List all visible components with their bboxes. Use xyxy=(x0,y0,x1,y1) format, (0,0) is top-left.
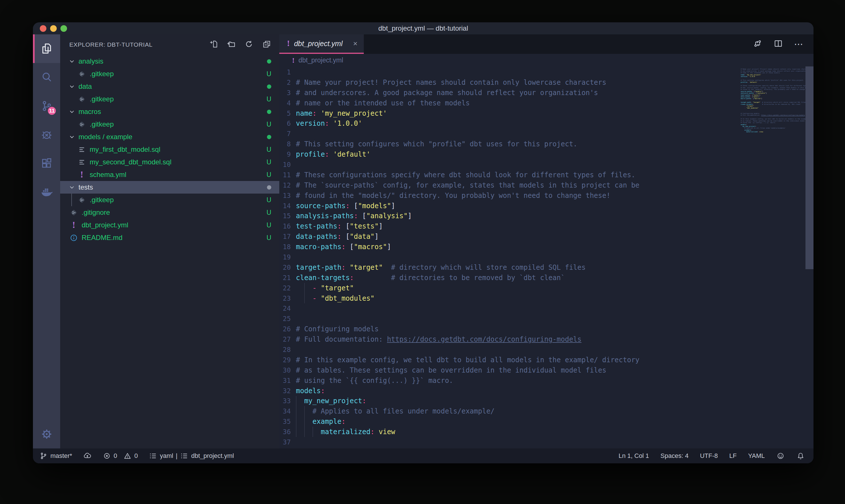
code-line-16[interactable]: 16test-paths: ["tests"] xyxy=(279,221,736,231)
code-line-17[interactable]: 17data-paths: ["data"] xyxy=(279,231,736,242)
code-line-35[interactable]: 35 example: xyxy=(279,416,736,427)
explorer-icon[interactable] xyxy=(33,34,60,63)
tree-folder-data[interactable]: data xyxy=(60,80,279,93)
source-control-icon[interactable]: 11 xyxy=(33,92,60,120)
explorer-sidebar: EXPLORER: DBT-TUTORIAL xyxy=(60,34,279,448)
open-changes-icon[interactable] xyxy=(753,39,762,50)
split-editor-icon[interactable] xyxy=(773,39,783,50)
code-line-9[interactable]: 9profile: 'default' xyxy=(279,149,736,160)
tree-folder-macros[interactable]: macros xyxy=(60,105,279,118)
code-line-10[interactable]: 10 xyxy=(279,160,736,170)
code-line-30[interactable]: 30# as tables. These settings can be ove… xyxy=(279,365,736,375)
code-line-13[interactable]: 13# found in the "models/" directory. Yo… xyxy=(279,191,736,201)
problems-indicator[interactable]: 0 0 xyxy=(103,452,138,460)
window-title: dbt_project.yml — dbt-tutorial xyxy=(378,24,468,32)
code-line-23[interactable]: 23 - "dbt_modules" xyxy=(279,293,736,304)
untracked-badge: U xyxy=(266,221,271,229)
code-line-26[interactable]: 26# Configuring models xyxy=(279,324,736,334)
code-editor[interactable]: 12# Name your project! Project names sho… xyxy=(279,67,813,448)
code-line-3[interactable]: 3# and underscores. A good package name … xyxy=(279,88,736,98)
eol-indicator[interactable]: LF xyxy=(729,452,737,460)
code-line-4[interactable]: 4# name or the intended use of these mod… xyxy=(279,98,736,108)
code-line-37[interactable]: 37 xyxy=(279,437,736,447)
scrollbar-thumb[interactable] xyxy=(806,67,813,269)
tree-file--gitkeep[interactable]: .gitkeepU xyxy=(60,194,279,206)
code-line-15[interactable]: 15analysis-paths: ["analysis"] xyxy=(279,211,736,221)
tab-dbt-project-yml[interactable]: ! dbt_project.yml × xyxy=(279,34,364,54)
code-line-27[interactable]: 27# Full documentation: https://docs.get… xyxy=(279,334,736,344)
settings-gear-icon[interactable] xyxy=(33,420,60,448)
tree-file-dbt-project-yml[interactable]: !dbt_project.ymlU xyxy=(60,219,279,231)
code-text: # Name your project! Project names shoul… xyxy=(296,77,606,88)
encoding-indicator[interactable]: UTF-8 xyxy=(700,452,718,460)
explorer-title: EXPLORER: DBT-TUTORIAL xyxy=(69,41,153,48)
code-line-6[interactable]: 6version: '1.0.0' xyxy=(279,118,736,129)
code-line-33[interactable]: 33 my_new_project: xyxy=(279,396,736,406)
collapse-all-icon[interactable] xyxy=(262,39,271,50)
code-line-29[interactable]: 29# In this example config, we tell dbt … xyxy=(279,355,736,365)
indentation-indicator[interactable]: Spaces: 4 xyxy=(661,452,689,460)
code-text: macro-paths: ["macros"] xyxy=(296,242,391,252)
title-bar[interactable]: dbt_project.yml — dbt-tutorial xyxy=(33,22,813,34)
minimize-window-button[interactable] xyxy=(50,25,57,32)
extensions-icon[interactable] xyxy=(33,149,60,178)
code-line-18[interactable]: 18macro-paths: ["macros"] xyxy=(279,242,736,252)
chevron-down-icon xyxy=(69,109,75,115)
line-number: 37 xyxy=(279,438,291,446)
new-file-icon[interactable] xyxy=(209,39,218,50)
zoom-window-button[interactable] xyxy=(60,25,67,32)
tree-folder-models-example[interactable]: models / example xyxy=(60,130,279,143)
code-line-20[interactable]: 20target-path: "target" # directory whic… xyxy=(279,262,736,273)
code-line-7[interactable]: 7 xyxy=(279,129,736,139)
code-line-12[interactable]: 12# The `source-paths` config, for examp… xyxy=(279,180,736,191)
code-line-11[interactable]: 11# These configurations specify where d… xyxy=(279,170,736,180)
breadcrumb-file-label[interactable]: dbt_project.yml xyxy=(299,56,343,64)
minimap[interactable]: # Name your project! Project names shoul… xyxy=(741,67,806,134)
code-line-1[interactable]: 1 xyxy=(279,67,736,77)
code-line-2[interactable]: 2# Name your project! Project names shou… xyxy=(279,77,736,88)
tree-file--gitkeep[interactable]: .gitkeepU xyxy=(60,93,279,105)
tree-file-my-second-dbt-model-sql[interactable]: my_second_dbt_model.sqlU xyxy=(60,156,279,168)
docker-icon[interactable] xyxy=(33,178,60,206)
line-number: 16 xyxy=(279,222,291,230)
search-icon[interactable] xyxy=(33,63,60,92)
sync-changes-icon[interactable] xyxy=(83,452,92,460)
code-line-5[interactable]: 5name: 'my_new_project' xyxy=(279,108,736,119)
debug-icon[interactable] xyxy=(33,120,60,149)
tree-folder-tests[interactable]: tests xyxy=(60,181,279,194)
tree-file--gitkeep[interactable]: .gitkeepU xyxy=(60,118,279,130)
tree-item-label: .gitkeep xyxy=(90,120,114,128)
code-line-34[interactable]: 34 # Applies to all files under models/e… xyxy=(279,406,736,416)
tree-file--gitignore[interactable]: .gitignoreU xyxy=(60,206,279,219)
tree-file-schema-yml[interactable]: !schema.ymlU xyxy=(60,168,279,181)
tree-folder-analysis[interactable]: analysis xyxy=(60,55,279,68)
tree-file--gitkeep[interactable]: .gitkeepU xyxy=(60,68,279,80)
tree-file-my-first-dbt-model-sql[interactable]: my_first_dbt_model.sqlU xyxy=(60,143,279,156)
language-mode-indicator[interactable]: YAML xyxy=(748,452,765,460)
close-window-button[interactable] xyxy=(40,25,47,32)
language-indicator-group[interactable]: yaml | dbt_project.yml xyxy=(149,452,234,460)
cursor-position-indicator[interactable]: Ln 1, Col 1 xyxy=(618,452,649,460)
refresh-icon[interactable] xyxy=(244,39,253,50)
git-branch-indicator[interactable]: master* xyxy=(39,452,72,460)
tree-file-readme-md[interactable]: README.mdU xyxy=(60,231,279,244)
new-folder-icon[interactable] xyxy=(227,39,236,50)
code-line-25[interactable]: 25 xyxy=(279,313,736,324)
git-file-icon xyxy=(78,95,86,103)
code-line-32[interactable]: 32models: xyxy=(279,386,736,396)
tab-label: dbt_project.yml xyxy=(294,39,343,48)
breadcrumb[interactable]: ! dbt_project.yml xyxy=(279,54,813,67)
code-line-24[interactable]: 24 xyxy=(279,303,736,313)
tab-close-icon[interactable]: × xyxy=(353,39,358,48)
code-line-8[interactable]: 8# This setting configures which "profil… xyxy=(279,139,736,149)
code-line-36[interactable]: 36 materialized: view xyxy=(279,427,736,437)
code-line-19[interactable]: 19 xyxy=(279,252,736,262)
code-text: - "target" xyxy=(296,283,354,293)
code-line-21[interactable]: 21clean-targets: # directories to be rem… xyxy=(279,273,736,283)
code-line-28[interactable]: 28 xyxy=(279,344,736,355)
code-line-31[interactable]: 31# using the `{{ config(...) }}` macro. xyxy=(279,375,736,386)
feedback-smiley-icon[interactable] xyxy=(776,452,785,460)
code-line-14[interactable]: 14source-paths: ["models"] xyxy=(279,201,736,211)
code-line-22[interactable]: 22 - "target" xyxy=(279,283,736,293)
notifications-bell-icon[interactable] xyxy=(796,452,805,460)
